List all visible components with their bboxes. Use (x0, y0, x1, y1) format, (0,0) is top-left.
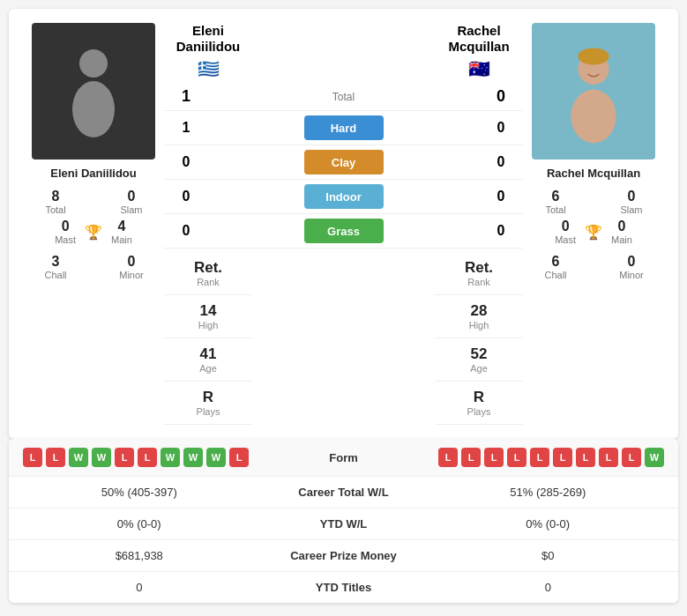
form-pill: L (622, 448, 641, 467)
form-pill: L (138, 448, 157, 467)
left-name-flag: Eleni Daniilidou 🇬🇷 (164, 23, 252, 79)
stat-center-label: Career Total W/L (256, 486, 432, 499)
total-scores-row: 1 Total 0 (164, 83, 523, 111)
clay-row: 0 Clay 0 (164, 145, 523, 180)
career-stats: 50% (405-397) Career Total W/L 51% (285-… (9, 477, 678, 603)
left-player-column: Eleni Daniilidou 8 Total 0 Slam 0 Mast 🏆… (23, 23, 164, 425)
names-flags-row: Eleni Daniilidou 🇬🇷 Rachel Mcquillan 🇦🇺 (164, 23, 523, 79)
career-stat-row: 50% (405-397) Career Total W/L 51% (285-… (9, 477, 678, 508)
svg-point-3 (571, 89, 616, 143)
stat-right-value: $0 (432, 549, 665, 562)
center-column: Eleni Daniilidou 🇬🇷 Rachel Mcquillan 🇦🇺 … (164, 23, 523, 425)
left-total-stat: 8 Total (23, 189, 88, 215)
form-label: Form (273, 451, 414, 464)
mid-info-row: Ret. Rank 14 High 41 Age R Plays (164, 252, 523, 425)
right-player-column: Rachel Mcquillan 6 Total 0 Slam 0 Mast 🏆… (523, 23, 664, 425)
left-player-photo (32, 23, 155, 160)
left-form-pills: LLWWLLWWWL (23, 448, 273, 467)
form-pill: L (115, 448, 134, 467)
left-flag: 🇬🇷 (198, 58, 220, 79)
stat-center-label: YTD W/L (256, 517, 432, 531)
indoor-surface-btn: Indoor (304, 184, 384, 209)
right-trophy-icon: 🏆 (585, 224, 602, 241)
form-pill: W (92, 448, 111, 467)
clay-surface-btn: Clay (304, 150, 384, 174)
svg-point-1 (72, 81, 115, 137)
form-pill: L (599, 448, 618, 467)
career-stat-row: 0 YTD Titles 0 (9, 572, 678, 603)
right-player-stats: 6 Total 0 Slam (523, 189, 664, 215)
form-row: LLWWLLWWWL Form LLLLLLLLLW (9, 439, 678, 477)
form-pill: L (229, 448, 249, 467)
career-stat-row: 0% (0-0) YTD W/L 0% (0-0) (9, 508, 678, 540)
form-pill: W (183, 448, 203, 467)
left-chall-minor: 3 Chall 0 Minor (23, 254, 164, 280)
surface-scores: 1 Hard 0 0 Clay 0 0 Indoor 0 (164, 111, 523, 249)
form-pill: W (645, 448, 664, 467)
form-pill: L (461, 448, 481, 467)
hard-row: 1 Hard 0 (164, 111, 523, 145)
form-pill: L (484, 448, 504, 467)
left-player-stats: 8 Total 0 Slam (23, 189, 164, 215)
stat-left-value: $681,938 (23, 549, 256, 562)
form-pill: L (438, 448, 458, 467)
form-pill: L (507, 448, 526, 467)
svg-point-0 (79, 49, 108, 78)
right-flag: 🇦🇺 (468, 58, 490, 79)
stat-right-value: 0% (0-0) (432, 517, 665, 531)
svg-point-4 (578, 48, 609, 64)
grass-surface-btn: Grass (304, 219, 384, 243)
left-trophy-row: 0 Mast 🏆 4 Main (23, 219, 164, 245)
form-pill: L (46, 448, 65, 467)
left-mid-info: Ret. Rank 14 High 41 Age R Plays (164, 252, 252, 425)
stat-center-label: YTD Titles (256, 581, 432, 594)
form-pill: W (161, 448, 180, 467)
left-trophy-icon: 🏆 (85, 224, 102, 241)
right-mid-info: Ret. Rank 28 High 52 Age R Plays (435, 252, 523, 425)
right-player-name: Rachel Mcquillan (547, 167, 640, 180)
right-form-pills: LLLLLLLLLW (414, 448, 665, 467)
stat-left-value: 0 (23, 581, 256, 594)
stat-right-value: 0 (432, 581, 665, 594)
stat-right-value: 51% (285-269) (432, 486, 665, 499)
form-pill: L (553, 448, 572, 467)
hard-surface-btn: Hard (304, 115, 384, 140)
stat-center-label: Career Prize Money (256, 549, 432, 562)
left-player-name: Eleni Daniilidou (50, 167, 137, 180)
form-pill: L (530, 448, 549, 467)
right-name-flag: Rachel Mcquillan 🇦🇺 (435, 23, 523, 79)
right-player-photo (532, 23, 655, 160)
bottom-stats: LLWWLLWWWL Form LLLLLLLLLW 50% (405-397)… (9, 439, 678, 603)
left-center-name: Eleni Daniilidou (176, 23, 241, 55)
form-pill: L (23, 448, 42, 467)
form-pill: W (69, 448, 88, 467)
right-chall-minor: 6 Chall 0 Minor (523, 254, 664, 280)
form-pill: W (206, 448, 226, 467)
career-stat-row: $681,938 Career Prize Money $0 (9, 540, 678, 572)
indoor-row: 0 Indoor 0 (164, 180, 523, 214)
grass-row: 0 Grass 0 (164, 214, 523, 249)
stat-left-value: 50% (405-397) (23, 486, 256, 499)
form-pill: L (576, 448, 595, 467)
stat-left-value: 0% (0-0) (23, 517, 256, 531)
left-slam-stat: 0 Slam (99, 189, 164, 215)
right-center-name: Rachel Mcquillan (448, 23, 509, 55)
right-trophy-row: 0 Mast 🏆 0 Main (523, 219, 664, 245)
